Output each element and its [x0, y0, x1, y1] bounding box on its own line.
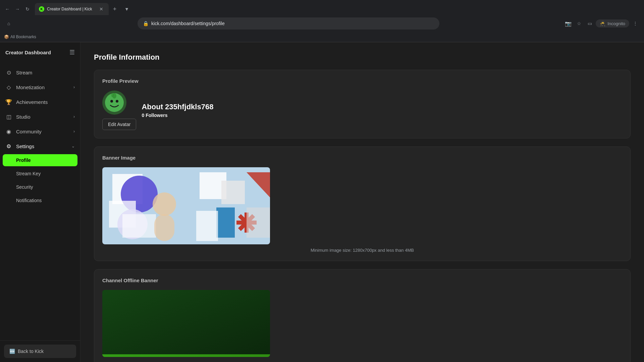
svg-rect-10: [122, 214, 156, 238]
new-tab-button[interactable]: +: [110, 4, 119, 14]
sidebar-item-label: Monetization: [16, 84, 69, 90]
nav-controls: ⌂: [4, 19, 13, 28]
monetization-icon: ◇: [5, 84, 12, 90]
sidebar-collapse-button[interactable]: ☰: [69, 49, 75, 56]
page-title: Profile Information: [94, 53, 631, 62]
nav-buttons: ← → ↻: [3, 4, 32, 14]
sidebar-item-community[interactable]: ◉ Community ›: [0, 124, 80, 139]
sidebar-item-label: Community: [16, 129, 69, 134]
community-icon: ◉: [5, 128, 12, 135]
offline-banner-container[interactable]: [102, 290, 270, 357]
subnav-label: Profile: [16, 158, 31, 163]
toolbar-right: 📷 ☆ ▭ 🥷 Incognito ⋮: [564, 19, 640, 28]
camera-off-icon[interactable]: 📷: [564, 19, 573, 28]
svg-rect-14: [221, 181, 245, 204]
profile-info: About 235hfjdkls768 0 Followers: [142, 103, 622, 118]
home-button[interactable]: ⌂: [4, 19, 13, 28]
offline-banner-image: [102, 290, 270, 357]
svg-rect-22: [247, 207, 270, 238]
tab-close-button[interactable]: ✕: [98, 6, 105, 12]
subnav-label: Stream Key: [16, 171, 41, 176]
svg-point-11: [153, 192, 176, 216]
offline-banner-label: Channel Offline Banner: [102, 278, 622, 283]
kick-icon: 🆕: [9, 349, 15, 354]
avatar-image: [104, 93, 124, 113]
back-to-kick-button[interactable]: 🆕 Back to Kick: [4, 345, 76, 358]
bookmarks-label: All Bookmarks: [10, 35, 36, 39]
banner-image-container[interactable]: [102, 167, 270, 244]
more-button[interactable]: ⋮: [631, 19, 640, 28]
sidebar: Creator Dashboard ☰ ⊙ Stream ◇ Monetizat…: [0, 42, 80, 362]
sidebar-item-monetization[interactable]: ◇ Monetization ›: [0, 80, 80, 95]
browser-chrome: ← → ↻ K Creator Dashboard | Kick ✕ + ▼ ⌂…: [0, 0, 644, 42]
reload-button[interactable]: ↻: [23, 4, 32, 14]
forward-button[interactable]: →: [13, 4, 22, 14]
sidebar-footer: 🆕 Back to Kick: [0, 340, 80, 362]
main-content: Profile Information Profile Preview: [80, 42, 644, 362]
address-bar-row: ⌂ 🔒 kick.com/dashboard/settings/profile …: [0, 15, 644, 32]
app-layout: Creator Dashboard ☰ ⊙ Stream ◇ Monetizat…: [0, 42, 644, 362]
studio-icon: ◫: [5, 113, 12, 120]
edit-avatar-button[interactable]: Edit Avatar: [102, 119, 136, 130]
profile-preview-card: Profile Preview Edit Av: [94, 70, 631, 138]
sidebar-nav: ⊙ Stream ◇ Monetization › 🏆 Achievements…: [0, 62, 80, 340]
sidebar-item-settings[interactable]: ⚙ Settings ⌄: [0, 139, 80, 154]
split-view-button[interactable]: ▭: [585, 19, 594, 28]
chevron-up-icon: ⌄: [71, 144, 75, 148]
stream-icon: ⊙: [5, 69, 12, 76]
profile-followers: 0 Followers: [142, 113, 622, 118]
tab-favicon-icon: K: [39, 6, 44, 12]
settings-icon: ⚙: [5, 143, 12, 149]
svg-rect-12: [154, 214, 174, 241]
offline-banner-card: Channel Offline Banner: [94, 269, 631, 362]
svg-rect-21: [196, 211, 218, 241]
back-to-kick-label: Back to Kick: [18, 349, 44, 354]
svg-rect-26: [102, 290, 270, 357]
svg-point-4: [111, 93, 114, 97]
chevron-down-icon: ›: [73, 114, 75, 119]
sidebar-item-studio[interactable]: ◫ Studio ›: [0, 109, 80, 124]
followers-count: 0: [142, 113, 144, 118]
back-button[interactable]: ←: [3, 4, 12, 14]
sidebar-item-label: Studio: [16, 114, 69, 120]
sidebar-item-achievements[interactable]: 🏆 Achievements: [0, 95, 80, 109]
incognito-badge: 🥷 Incognito: [596, 19, 629, 27]
svg-rect-16: [216, 207, 235, 238]
url-text: kick.com/dashboard/settings/profile: [151, 21, 225, 26]
subnav-item-stream-key[interactable]: Stream Key: [0, 167, 80, 180]
chevron-down-icon: ›: [73, 85, 75, 89]
subnav-label: Security: [16, 184, 33, 190]
bookmark-button[interactable]: ☆: [574, 19, 584, 28]
tab-bar: ← → ↻ K Creator Dashboard | Kick ✕ + ▼: [0, 0, 644, 15]
profile-preview-label: Profile Preview: [102, 78, 622, 84]
subnav-item-security[interactable]: Security: [0, 180, 80, 194]
sidebar-item-label: Achievements: [16, 99, 75, 105]
sidebar-header: Creator Dashboard ☰: [0, 42, 80, 62]
sidebar-item-stream[interactable]: ⊙ Stream: [0, 65, 80, 80]
sidebar-item-label: Stream: [16, 70, 75, 75]
active-tab[interactable]: K Creator Dashboard | Kick ✕: [35, 3, 109, 15]
profile-about-title: About 235hfjdkls768: [142, 103, 622, 111]
followers-label: Followers: [146, 113, 167, 118]
banner-image-label: Banner Image: [102, 155, 622, 161]
svg-point-2: [116, 100, 118, 103]
subnav-item-profile[interactable]: Profile: [3, 154, 77, 166]
subnav-label: Notifications: [16, 198, 42, 203]
chevron-down-icon: ›: [73, 129, 75, 134]
tab-list-button[interactable]: ▼: [122, 4, 131, 14]
tab-title: Creator Dashboard | Kick: [47, 7, 95, 11]
settings-subnav: Profile Stream Key Security Notification…: [0, 154, 80, 207]
banner-image-card: Banner Image: [94, 146, 631, 261]
banner-image: [102, 167, 270, 244]
profile-preview: Edit Avatar About 235hfjdkls768 0 Follow…: [102, 90, 622, 130]
sidebar-title: Creator Dashboard: [5, 50, 51, 55]
sidebar-item-label: Settings: [16, 143, 67, 149]
avatar: [102, 90, 126, 115]
address-bar[interactable]: 🔒 kick.com/dashboard/settings/profile: [138, 17, 439, 29]
achievements-icon: 🏆: [5, 99, 12, 105]
bookmarks-bar: 📦 All Bookmarks: [0, 32, 644, 42]
banner-hint: Minimum image size: 1280x700px and less …: [102, 248, 622, 253]
svg-point-1: [110, 100, 113, 103]
subnav-item-notifications[interactable]: Notifications: [0, 194, 80, 207]
